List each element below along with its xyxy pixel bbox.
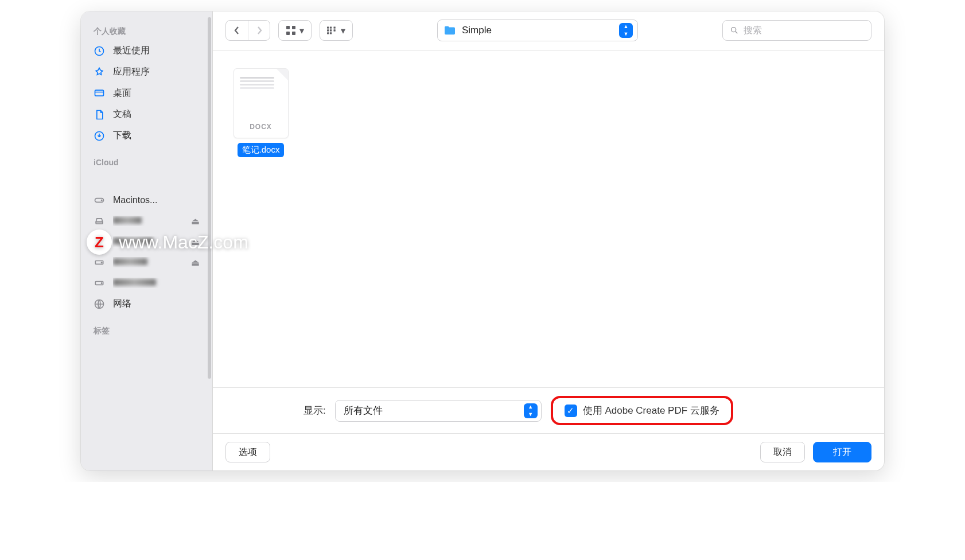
svg-rect-12	[286, 26, 290, 29]
globe-icon	[94, 298, 106, 310]
svg-rect-17	[330, 26, 332, 28]
main-panel: ▾ ▾ Simple ▲▼	[213, 11, 884, 470]
sidebar-item-label: Macintos...	[113, 195, 200, 205]
sidebar-scrollbar[interactable]	[208, 17, 211, 379]
dropdown-stepper-icon: ▲▼	[524, 403, 538, 418]
folder-icon	[443, 25, 456, 36]
sidebar-item-location[interactable]	[81, 273, 212, 293]
show-filter-dropdown[interactable]: 所有文件 ▲▼	[335, 400, 542, 422]
path-label: Simple	[462, 25, 613, 36]
watermark: Z www.MacZ.com	[87, 230, 248, 255]
chevron-down-icon: ▾	[341, 25, 345, 36]
sidebar-item-recents[interactable]: 最近使用	[81, 40, 212, 61]
sidebar-item-label	[113, 278, 200, 288]
sidebar-item-network[interactable]: 网络	[81, 293, 212, 314]
svg-rect-20	[327, 32, 329, 34]
cloud-option-callout: ✓ 使用 Adobe Create PDF 云服务	[551, 396, 733, 425]
sidebar-item-label: 下载	[113, 130, 200, 142]
open-button[interactable]: 打开	[813, 442, 871, 462]
disk-image-icon	[94, 277, 106, 289]
path-popup[interactable]: Simple ▲▼	[437, 20, 638, 41]
eject-icon[interactable]: ⏏	[191, 216, 200, 227]
svg-point-8	[102, 262, 102, 263]
search-icon	[730, 26, 739, 35]
file-type-badge: DOCX	[234, 123, 288, 131]
sidebar-item-applications[interactable]: 应用程序	[81, 61, 212, 83]
watermark-badge: Z	[87, 230, 112, 255]
show-filter-value: 所有文件	[344, 404, 524, 417]
search-input[interactable]	[744, 25, 864, 36]
action-bar: 选项 取消 打开	[213, 433, 884, 470]
sidebar-item-label: 网络	[113, 298, 200, 310]
sidebar-item-label: 桌面	[113, 87, 200, 99]
svg-rect-14	[286, 32, 290, 35]
download-icon	[94, 130, 106, 142]
svg-rect-15	[292, 32, 295, 35]
sidebar-item-documents[interactable]: 文稿	[81, 104, 212, 125]
cloud-checkbox[interactable]: ✓	[565, 405, 577, 417]
sidebar-item-downloads[interactable]: 下载	[81, 125, 212, 146]
sidebar-section-icloud: iCloud	[81, 154, 212, 170]
svg-rect-21	[330, 32, 332, 34]
svg-rect-18	[327, 29, 329, 31]
group-by-button[interactable]: ▾	[320, 20, 353, 41]
ext-drive-icon	[94, 215, 106, 227]
path-stepper-icon[interactable]: ▲▼	[619, 23, 633, 38]
file-name-label: 笔记.docx	[238, 143, 285, 157]
cancel-button[interactable]: 取消	[760, 442, 805, 462]
sidebar-item-location[interactable]: Macintos...	[81, 190, 212, 211]
apps-icon	[94, 67, 106, 78]
svg-point-24	[731, 28, 736, 32]
svg-rect-1	[95, 90, 104, 96]
svg-rect-23	[333, 29, 335, 31]
sidebar-item-label	[113, 257, 184, 267]
sidebar-item-label: 最近使用	[113, 45, 200, 57]
sidebar-section-tags: 标签	[81, 322, 212, 340]
options-button[interactable]: 选项	[225, 442, 270, 462]
file-grid[interactable]: DOCX 笔记.docx	[213, 51, 884, 387]
svg-rect-19	[330, 29, 332, 31]
eject-icon[interactable]: ⏏	[191, 257, 200, 268]
view-mode-icons-button[interactable]: ▾	[278, 20, 312, 41]
svg-rect-13	[292, 26, 295, 29]
search-field[interactable]	[722, 20, 871, 41]
file-thumbnail-icon: DOCX	[234, 68, 289, 138]
sidebar-item-desktop[interactable]: 桌面	[81, 83, 212, 104]
file-open-dialog: Z www.MacZ.com 个人收藏 最近使用 应用程序 桌面	[81, 11, 884, 470]
svg-rect-16	[327, 26, 329, 28]
sidebar-section-favorites: 个人收藏	[81, 23, 212, 40]
nav-segment	[225, 20, 270, 41]
toolbar: ▾ ▾ Simple ▲▼	[213, 11, 884, 51]
sidebar-item-location[interactable]: ⏏	[81, 252, 212, 273]
options-bar: 显示: 所有文件 ▲▼ ✓ 使用 Adobe Create PDF 云服务	[213, 387, 884, 433]
clock-icon	[94, 45, 106, 57]
svg-rect-5	[96, 222, 103, 224]
cloud-checkbox-label: 使用 Adobe Create PDF 云服务	[583, 404, 719, 417]
watermark-text: www.MacZ.com	[119, 232, 248, 253]
show-label: 显示:	[303, 404, 326, 417]
svg-rect-22	[333, 26, 335, 28]
svg-point-4	[102, 200, 102, 200]
disk-image-icon	[94, 256, 106, 268]
sidebar-item-label: 文稿	[113, 108, 200, 120]
hdd-icon	[94, 195, 106, 206]
desktop-icon	[94, 88, 106, 99]
back-button[interactable]	[226, 21, 248, 40]
svg-point-10	[102, 283, 102, 283]
forward-button[interactable]	[248, 21, 270, 40]
file-item[interactable]: DOCX 笔记.docx	[228, 68, 294, 157]
chevron-down-icon: ▾	[299, 25, 304, 36]
sidebar-item-label	[113, 216, 184, 226]
sidebar-item-location[interactable]: ⏏	[81, 211, 212, 231]
doc-icon	[94, 109, 106, 120]
sidebar-item-label: 应用程序	[113, 66, 200, 78]
